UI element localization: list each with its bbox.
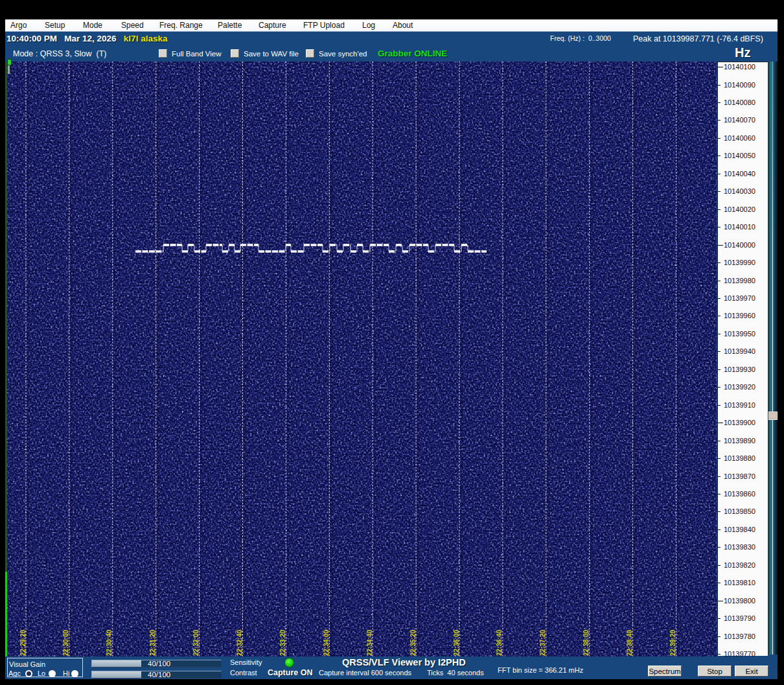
svg-text:22:36:40: 22:36:40 xyxy=(496,630,503,656)
svg-text:22:30:00: 22:30:00 xyxy=(62,630,69,656)
svg-text:22:38:00: 22:38:00 xyxy=(582,630,590,656)
svg-text:22:35:20: 22:35:20 xyxy=(409,630,417,656)
svg-text:22:29:20: 22:29:20 xyxy=(19,630,27,656)
svg-text:22:31:20: 22:31:20 xyxy=(149,630,156,656)
svg-text:22:32:00: 22:32:00 xyxy=(192,630,200,656)
svg-text:22:34:40: 22:34:40 xyxy=(366,630,373,656)
svg-text:22:39:20: 22:39:20 xyxy=(669,630,676,656)
svg-text:22:38:40: 22:38:40 xyxy=(626,630,633,656)
svg-text:22:32:40: 22:32:40 xyxy=(236,630,243,656)
svg-text:22:34:00: 22:34:00 xyxy=(323,630,330,656)
svg-text:22:30:40: 22:30:40 xyxy=(106,630,113,656)
svg-text:22:33:20: 22:33:20 xyxy=(279,630,286,656)
svg-text:22:36:00: 22:36:00 xyxy=(453,630,460,656)
svg-text:22:37:20: 22:37:20 xyxy=(539,630,546,656)
